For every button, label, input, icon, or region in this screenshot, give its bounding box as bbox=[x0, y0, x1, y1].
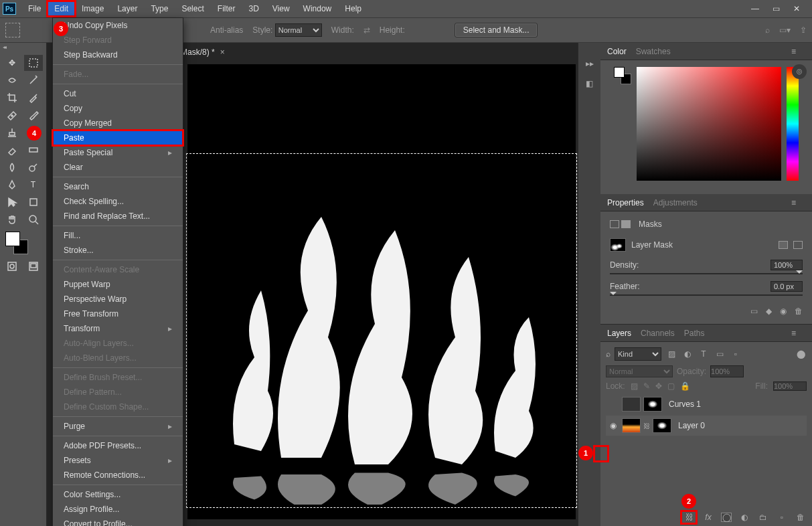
blend-mode-select[interactable]: Normal bbox=[606, 365, 673, 377]
menu-type[interactable]: Type bbox=[144, 1, 175, 16]
pen-tool[interactable] bbox=[3, 177, 21, 193]
marquee-tool[interactable] bbox=[24, 55, 43, 71]
layer-mask-thumb[interactable] bbox=[610, 238, 626, 252]
add-mask-icon[interactable]: ◯ bbox=[721, 513, 732, 522]
stamp-tool[interactable] bbox=[3, 124, 21, 141]
workspace-icon[interactable]: ▭▾ bbox=[779, 25, 791, 35]
adjustment-layer-icon[interactable]: ◐ bbox=[738, 513, 750, 522]
edit-menu-adobe-pdf-presets[interactable]: Adobe PDF Presets... bbox=[53, 438, 183, 453]
fill-input[interactable] bbox=[773, 381, 807, 391]
close-icon[interactable]: ✕ bbox=[793, 4, 800, 13]
new-layer-icon[interactable]: ▫ bbox=[776, 513, 788, 522]
quick-mask-icon[interactable] bbox=[3, 258, 21, 274]
density-value[interactable]: 100% bbox=[770, 260, 803, 270]
swatches-tab[interactable]: Swatches bbox=[636, 47, 671, 56]
edit-menu-perspective-warp[interactable]: Perspective Warp bbox=[53, 292, 183, 306]
color-tab[interactable]: Color bbox=[607, 47, 627, 56]
layer-curves[interactable]: Curves 1 bbox=[606, 394, 807, 414]
trash-icon[interactable]: 🗑 bbox=[795, 306, 803, 316]
hue-slider[interactable] bbox=[787, 67, 799, 181]
eraser-tool[interactable] bbox=[3, 142, 21, 158]
edit-menu-puppet-warp[interactable]: Puppet Warp bbox=[53, 277, 183, 292]
hand-tool[interactable] bbox=[3, 211, 21, 228]
select-and-mask-button[interactable]: Select and Mask... bbox=[455, 23, 538, 37]
layer-0[interactable]: ◉ ⛓ Layer 0 bbox=[606, 416, 807, 436]
filter-toggle-icon[interactable]: ⬤ bbox=[795, 349, 807, 359]
edit-menu-remote-connections[interactable]: Remote Connections... bbox=[53, 468, 183, 483]
healing-tool[interactable] bbox=[3, 107, 21, 123]
shape-tool[interactable] bbox=[24, 194, 43, 210]
vector-mask-icon[interactable] bbox=[793, 241, 803, 249]
color-picker[interactable] bbox=[637, 67, 781, 181]
lock-trans-icon[interactable]: ▨ bbox=[631, 381, 638, 391]
layer0-thumb[interactable] bbox=[622, 418, 641, 433]
move-tool[interactable]: ✥ bbox=[3, 55, 21, 71]
invert-mask-icon[interactable]: ◆ bbox=[766, 306, 772, 316]
lock-pos-icon[interactable]: ✥ bbox=[655, 381, 662, 391]
channels-tab[interactable]: Channels bbox=[641, 329, 675, 338]
edit-menu-find-and-replace-text[interactable]: Find and Replace Text... bbox=[53, 209, 183, 224]
screen-mode-icon[interactable] bbox=[24, 258, 43, 274]
visibility-icon[interactable]: ◉ bbox=[607, 421, 619, 430]
edit-menu-copy[interactable]: Copy bbox=[53, 101, 183, 116]
curves-thumb[interactable] bbox=[622, 397, 641, 412]
edit-menu-clear[interactable]: Clear bbox=[53, 160, 183, 175]
feather-slider[interactable] bbox=[610, 294, 803, 296]
menu-image[interactable]: Image bbox=[75, 1, 110, 16]
lock-all-icon[interactable]: 🔒 bbox=[680, 381, 690, 391]
toggle-mask-icon[interactable]: ◉ bbox=[780, 306, 787, 316]
menu-file[interactable]: File bbox=[21, 1, 48, 16]
edit-menu-search[interactable]: Search bbox=[53, 179, 183, 194]
maximize-icon[interactable]: ▭ bbox=[773, 4, 780, 13]
filter-adjust-icon[interactable]: ◐ bbox=[681, 349, 694, 359]
menu-help[interactable]: Help bbox=[338, 1, 368, 16]
edit-menu-stroke[interactable]: Stroke... bbox=[53, 243, 183, 258]
lock-artboard-icon[interactable]: ▢ bbox=[667, 381, 675, 391]
brush-tool[interactable] bbox=[24, 107, 43, 123]
properties-tab[interactable]: Properties bbox=[607, 198, 644, 207]
panel-menu-icon[interactable]: ≡ bbox=[791, 329, 796, 338]
minimize-icon[interactable]: — bbox=[751, 4, 759, 13]
fg-bg-swatch[interactable] bbox=[614, 67, 631, 84]
filter-kind-select[interactable]: Kind bbox=[615, 347, 661, 361]
lasso-tool[interactable] bbox=[3, 72, 21, 88]
type-tool[interactable]: T bbox=[24, 177, 43, 193]
zoom-tool[interactable] bbox=[24, 211, 43, 228]
edit-menu-paste[interactable]: Paste bbox=[53, 130, 183, 145]
feather-value[interactable]: 0.0 px bbox=[770, 281, 803, 292]
adjustments-tab[interactable]: Adjustments bbox=[653, 198, 698, 207]
edit-menu-undo-copy-pixels[interactable]: Undo Copy Pixels bbox=[53, 18, 183, 33]
style-select[interactable]: Normal bbox=[275, 23, 322, 37]
paths-tab[interactable]: Paths bbox=[684, 329, 705, 338]
edit-menu-convert-to-profile[interactable]: Convert to Profile... bbox=[53, 517, 183, 526]
edit-menu-purge[interactable]: Purge bbox=[53, 419, 183, 434]
fg-bg-color[interactable] bbox=[3, 229, 44, 257]
layers-tab[interactable]: Layers bbox=[607, 329, 631, 338]
panel-menu-icon[interactable]: ≡ bbox=[791, 198, 796, 207]
menu-3d[interactable]: 3D bbox=[242, 1, 265, 16]
marquee-preset-icon[interactable] bbox=[5, 23, 20, 37]
dodge-tool[interactable] bbox=[24, 159, 43, 175]
panel-menu-icon[interactable]: ≡ bbox=[791, 47, 796, 56]
link-icon[interactable]: ⛓ bbox=[643, 422, 650, 430]
crop-tool[interactable] bbox=[3, 90, 21, 106]
edit-menu-transform[interactable]: Transform bbox=[53, 321, 183, 336]
swap-icon[interactable]: ⇄ bbox=[363, 25, 370, 35]
filter-type-icon[interactable]: T bbox=[698, 349, 710, 359]
link-layers-icon[interactable]: ⛓ bbox=[683, 513, 696, 522]
close-tab-icon[interactable]: × bbox=[220, 48, 225, 57]
edit-menu-check-spelling[interactable]: Check Spelling... bbox=[53, 194, 183, 209]
menu-filter[interactable]: Filter bbox=[211, 1, 242, 16]
edit-menu-presets[interactable]: Presets bbox=[53, 453, 183, 468]
filter-smart-icon[interactable]: ▫ bbox=[730, 349, 742, 359]
edit-menu-paste-special[interactable]: Paste Special bbox=[53, 145, 183, 160]
edit-menu-step-backward[interactable]: Step Backward bbox=[53, 48, 183, 62]
trash-icon[interactable]: 🗑 bbox=[795, 513, 807, 522]
menu-window[interactable]: Window bbox=[297, 1, 339, 16]
curves-mask-thumb[interactable] bbox=[643, 397, 662, 412]
edit-menu-fill[interactable]: Fill... bbox=[53, 228, 183, 243]
opacity-input[interactable] bbox=[710, 365, 744, 377]
menu-view[interactable]: View bbox=[266, 1, 297, 16]
filter-pixel-icon[interactable]: ▨ bbox=[665, 349, 677, 359]
filter-search-icon[interactable]: ⌕ bbox=[606, 349, 611, 359]
